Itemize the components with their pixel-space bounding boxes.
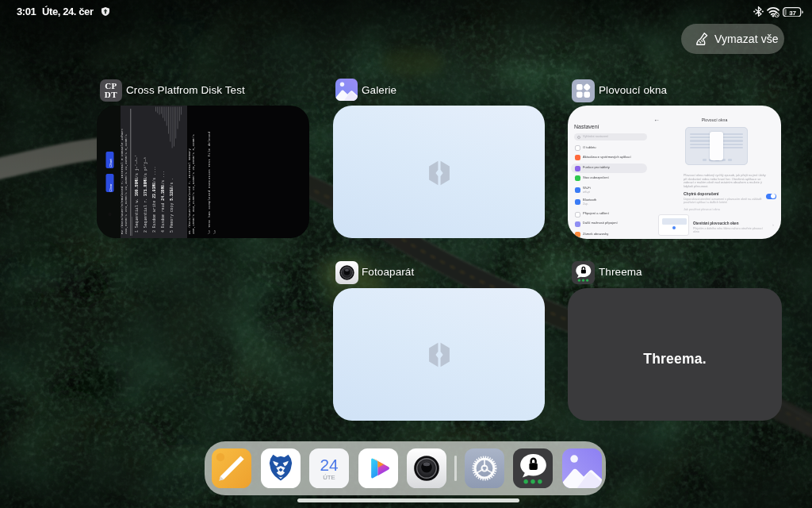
svg-text:Chart: Chart [109,158,113,167]
svg-text:37: 37 [789,9,796,16]
svg-text:W1 /data/user/0/emulated <- In: W1 /data/user/0/emulated <- Internal mem… [188,148,191,234]
svg-text:Clear: Clear [109,183,113,192]
svg-text:R2 /data/user/0/emulated <- In: R2 /data/user/0/emulated <- Internal 0 C… [121,128,124,234]
svg-text:4 Random read 24.39MB/s ...: 4 Random read 24.39MB/s ... [161,171,165,233]
svg-text:ÚTE: ÚTE [323,474,335,481]
svg-text:\>: \> [213,229,216,234]
svg-text:1 Sequential w. 399.59MB/s j~': 1 Sequential w. 399.59MB/s j~'~^~' [135,155,139,233]
svg-text:399,59MB/s 373,82MB/s 23,49MB/: 399,59MB/s 373,82MB/s 23,49MB/s 24,39MB/… [124,134,128,234]
svg-text:2 Sequential r. 371.88MB/s p^': 2 Sequential r. 371.88MB/s p^'j~^ [144,157,147,233]
svg-text:5 Memory copy 5.32GB/s .: 5 Memory copy 5.32GB/s . [170,178,174,233]
svg-text:24: 24 [320,456,338,474]
svg-text:\> Test has completed executio: \> Test has completed execution Test fil… [207,132,211,234]
svg-text:3 Random write 23.03MB/s ...: 3 Random write 23.03MB/s .... [152,167,156,233]
svg-text:405,15MB/s 393,21MB/s 22,93MB/: 405,15MB/s 393,21MB/s 22,93MB/s 29,30MB/… [192,134,195,234]
